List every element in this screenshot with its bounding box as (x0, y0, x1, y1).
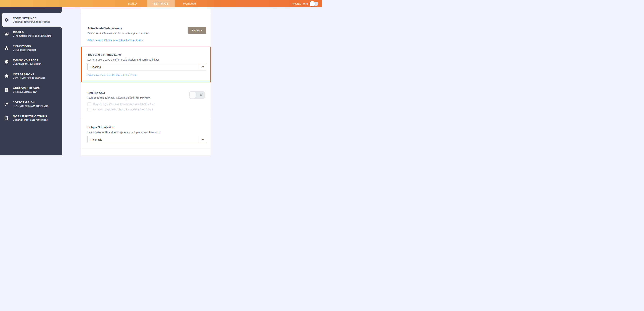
sso-checkbox-row: Require login for users to view and comp… (87, 102, 155, 106)
preview-form-control: Preview Form (292, 0, 318, 7)
sidebar-item-subtitle: Power your forms with Jotform Sign (13, 105, 48, 107)
section-save-and-continue: Save and Continue Later Let form users s… (81, 47, 211, 82)
top-bar: BUILD SETTINGS PUBLISH Preview Form (0, 0, 322, 7)
phone-bell-icon (4, 116, 9, 120)
require-sso-toggle-locked[interactable] (189, 91, 205, 99)
unique-submission-description: Use cookies or IP address to prevent mul… (87, 131, 211, 134)
sidebar-item-title: FORM SETTINGS (13, 17, 50, 20)
dropdown-arrow-zone (199, 63, 206, 70)
preview-form-label: Preview Form (292, 2, 308, 5)
sidebar-item-subtitle: Send autoresponders and notifications (13, 35, 51, 37)
mode-tabs: BUILD SETTINGS PUBLISH (118, 0, 204, 7)
preview-form-toggle[interactable] (310, 1, 318, 6)
section-auto-delete: Auto-Delete Submissions Delete form subm… (81, 14, 211, 47)
check-circle-icon (4, 60, 9, 64)
dropdown-arrow-zone (199, 136, 206, 143)
save-submission-checkbox-label: Let users save their submission and cont… (93, 108, 153, 111)
pen-nib-icon (4, 102, 9, 106)
tab-build[interactable]: BUILD (118, 0, 147, 7)
lock-icon (199, 93, 202, 97)
sidebar-item-title: THANK YOU PAGE (13, 59, 41, 62)
sidebar-item-title: MOBILE NOTIFICATIONS (13, 115, 48, 118)
unique-submission-dropdown-value: No check (90, 138, 102, 141)
sidebar-item-approval-flows[interactable]: APPROVAL FLOWS Create an approval flow (0, 83, 62, 97)
sidebar-item-title: CONDITIONS (13, 45, 36, 48)
section-require-sso: Require SSO Require Single Sign-On (SSO)… (81, 82, 211, 119)
flowchart-icon (4, 88, 9, 92)
sso-checkbox-row: Let users save their submission and cont… (87, 108, 153, 111)
require-login-checkbox-label: Require login for users to view and comp… (93, 103, 155, 106)
sidebar-item-subtitle: Set up conditional logic (13, 49, 36, 51)
sidebar-item-title: JOTFORM SIGN (13, 101, 48, 104)
sidebar-item-subtitle: Connect your form to other apps (13, 77, 45, 79)
sidebar-item-subtitle: Customize form status and properties (13, 21, 50, 23)
next-section-top (81, 149, 211, 154)
require-login-checkbox[interactable] (87, 102, 91, 106)
enable-button[interactable]: ENABLE (188, 27, 206, 34)
sidebar-item-subtitle: Show page after submission (13, 63, 41, 65)
save-submission-checkbox[interactable] (87, 108, 91, 111)
sidebar-item-conditions[interactable]: CONDITIONS Set up conditional logic (0, 41, 62, 55)
sidebar-item-integrations[interactable]: INTEGRATIONS Connect your form to other … (0, 69, 62, 83)
form-settings-panel: Auto-Delete Submissions Delete form subm… (81, 7, 211, 155)
chevron-down-icon (202, 139, 204, 140)
envelope-icon (4, 32, 9, 36)
tab-publish[interactable]: PUBLISH (176, 0, 204, 7)
chevron-down-icon (202, 66, 204, 68)
save-continue-title: Save and Continue Later (87, 53, 206, 56)
sidebar-item-subtitle: Customize mobile app notifications (13, 119, 48, 121)
unique-submission-title: Unique Submission (87, 126, 211, 129)
sidebar-item-title: INTEGRATIONS (13, 73, 45, 76)
sidebar-item-form-settings[interactable]: FORM SETTINGS Customize form status and … (2, 13, 62, 27)
save-continue-description: Let form users save their form submissio… (87, 58, 206, 61)
sidebar-item-jotform-sign[interactable]: JOTFORM SIGN Power your forms with Jotfo… (0, 97, 62, 111)
settings-sidebar: FORM SETTINGS Customize form status and … (0, 7, 62, 155)
toggle-knob (190, 92, 196, 98)
unique-submission-dropdown[interactable]: No check (87, 136, 206, 143)
scrolled-section-remainder (81, 7, 211, 14)
save-continue-dropdown[interactable]: Disabled (87, 63, 206, 70)
sidebar-item-emails[interactable]: EMAILS Send autoresponders and notificat… (0, 27, 62, 41)
sidebar-item-title: APPROVAL FLOWS (13, 87, 40, 90)
sidebar-item-mobile-notifications[interactable]: MOBILE NOTIFICATIONS Customize mobile ap… (0, 111, 62, 125)
puzzle-icon (4, 74, 9, 78)
sidebar-item-subtitle: Create an approval flow (13, 91, 40, 93)
auto-delete-default-period-link[interactable]: Add a default deletion period to all of … (87, 39, 143, 41)
tab-settings[interactable]: SETTINGS (147, 0, 176, 7)
customize-save-continue-email-link[interactable]: Customize Save and Continue Later Email (87, 74, 136, 76)
save-continue-dropdown-value: Disabled (90, 65, 101, 68)
gear-icon (4, 17, 9, 22)
section-unique-submission: Unique Submission Use cookies or IP addr… (81, 119, 211, 149)
sidebar-item-thank-you-page[interactable]: THANK YOU PAGE Show page after submissio… (0, 55, 62, 69)
sidebar-item-title: EMAILS (13, 31, 51, 34)
toggle-knob (310, 1, 315, 6)
sitemap-icon (4, 46, 9, 50)
